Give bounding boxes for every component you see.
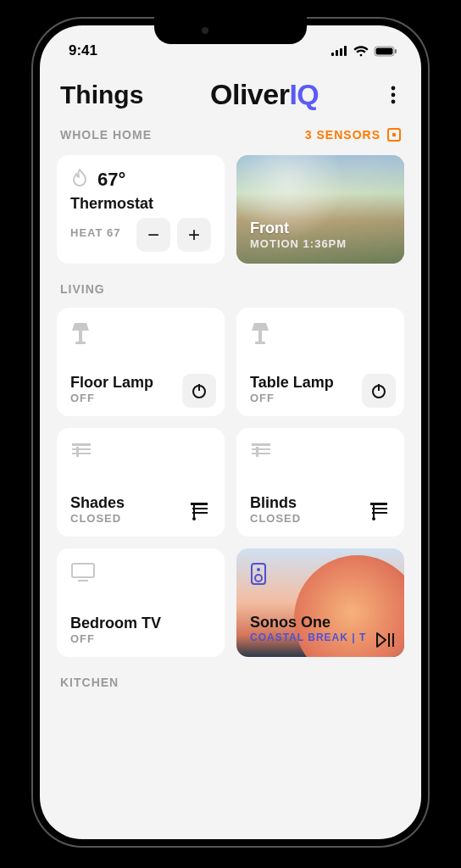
svg-point-26 xyxy=(192,517,196,520)
power-icon xyxy=(191,382,208,399)
svg-rect-36 xyxy=(72,564,94,577)
thermostat-increase-button[interactable]: + xyxy=(177,218,211,252)
shades-icon xyxy=(250,442,391,462)
bedroom-tv-card[interactable]: Bedroom TV OFF xyxy=(57,548,225,657)
blinds-control-icon xyxy=(369,502,389,520)
floor-lamp-card[interactable]: Floor Lamp OFF xyxy=(57,308,225,416)
thermostat-decrease-button[interactable]: − xyxy=(136,218,170,252)
phone-frame: 9:41 Things OliverIQ xyxy=(31,17,430,848)
sonos-play-pause-button[interactable] xyxy=(375,632,396,648)
svg-point-39 xyxy=(257,568,260,571)
screen: 9:41 Things OliverIQ xyxy=(40,25,421,839)
sonos-name: Sonos One xyxy=(250,614,391,632)
page-title: Things xyxy=(60,81,143,109)
status-icons xyxy=(331,46,397,57)
svg-rect-11 xyxy=(75,342,86,344)
battery-icon xyxy=(374,46,397,57)
notch xyxy=(154,17,307,44)
svg-point-9 xyxy=(392,99,396,103)
svg-rect-2 xyxy=(340,48,342,56)
bedroom-tv-status: OFF xyxy=(70,632,211,645)
svg-rect-15 xyxy=(255,342,265,344)
sensors-link[interactable]: 3 SENSORS xyxy=(305,128,401,142)
sensor-icon xyxy=(387,128,401,142)
flame-icon xyxy=(70,169,89,191)
svg-rect-22 xyxy=(191,503,208,505)
whole-home-grid: 67° Thermostat HEAT 67 − + Front MOTION … xyxy=(40,150,421,264)
svg-rect-5 xyxy=(376,47,393,54)
svg-point-8 xyxy=(392,92,396,97)
speaker-icon xyxy=(250,562,391,586)
more-menu-button[interactable] xyxy=(386,81,401,109)
svg-rect-31 xyxy=(370,503,387,505)
whole-home-header: WHOLE HOME 3 SENSORS xyxy=(40,116,421,150)
svg-rect-21 xyxy=(76,447,79,457)
shades-control-button[interactable] xyxy=(182,494,216,528)
thermostat-temp: 67° xyxy=(97,169,125,191)
thermostat-card[interactable]: 67° Thermostat HEAT 67 − + xyxy=(57,155,225,264)
wifi-icon xyxy=(353,46,369,57)
svg-rect-18 xyxy=(72,443,91,446)
svg-rect-27 xyxy=(252,443,270,446)
svg-point-35 xyxy=(372,517,375,520)
app-logo: OliverIQ xyxy=(210,78,319,111)
blinds-control-button[interactable] xyxy=(362,494,396,528)
tv-icon xyxy=(70,562,211,582)
logo-text-oliver: Oliver xyxy=(210,78,289,110)
sensors-count: 3 SENSORS xyxy=(305,128,380,142)
status-time: 9:41 xyxy=(69,42,97,59)
svg-rect-10 xyxy=(79,331,82,342)
svg-rect-30 xyxy=(256,447,258,457)
living-grid: Floor Lamp OFF Table Lamp OFF xyxy=(40,303,421,657)
svg-rect-6 xyxy=(395,49,397,53)
svg-rect-3 xyxy=(344,46,347,56)
thermostat-status: HEAT 67 xyxy=(70,226,121,239)
section-label-kitchen: KITCHEN xyxy=(40,657,421,696)
thermostat-name: Thermostat xyxy=(70,195,211,213)
power-icon xyxy=(370,382,387,399)
table-lamp-power-button[interactable] xyxy=(362,374,396,408)
bedroom-tv-name: Bedroom TV xyxy=(70,615,211,632)
shades-icon xyxy=(70,442,211,462)
section-label-whole-home: WHOLE HOME xyxy=(60,128,152,142)
blinds-control-icon xyxy=(189,502,209,520)
blinds-card[interactable]: Blinds CLOSED xyxy=(236,428,404,537)
sonos-card[interactable]: Sonos One COASTAL BREAK | T xyxy=(236,548,404,657)
svg-rect-0 xyxy=(331,53,334,56)
lamp-icon xyxy=(70,321,211,345)
floor-lamp-power-button[interactable] xyxy=(182,374,216,408)
lamp-icon xyxy=(250,321,391,345)
camera-front-status: MOTION 1:36PM xyxy=(250,237,391,250)
svg-rect-1 xyxy=(336,50,338,56)
table-lamp-card[interactable]: Table Lamp OFF xyxy=(236,308,404,416)
shades-card[interactable]: Shades CLOSED xyxy=(57,428,225,537)
app-header: Things OliverIQ xyxy=(40,64,421,116)
cellular-icon xyxy=(331,46,348,56)
camera-front-name: Front xyxy=(250,220,391,237)
section-label-living: LIVING xyxy=(40,264,421,303)
svg-rect-14 xyxy=(258,331,262,342)
svg-point-7 xyxy=(392,86,396,90)
play-pause-icon xyxy=(375,632,396,648)
svg-point-40 xyxy=(255,575,262,581)
sonos-track: COASTAL BREAK | T xyxy=(250,632,391,643)
logo-text-iq: IQ xyxy=(289,78,319,110)
camera-front-card[interactable]: Front MOTION 1:36PM xyxy=(236,155,404,264)
